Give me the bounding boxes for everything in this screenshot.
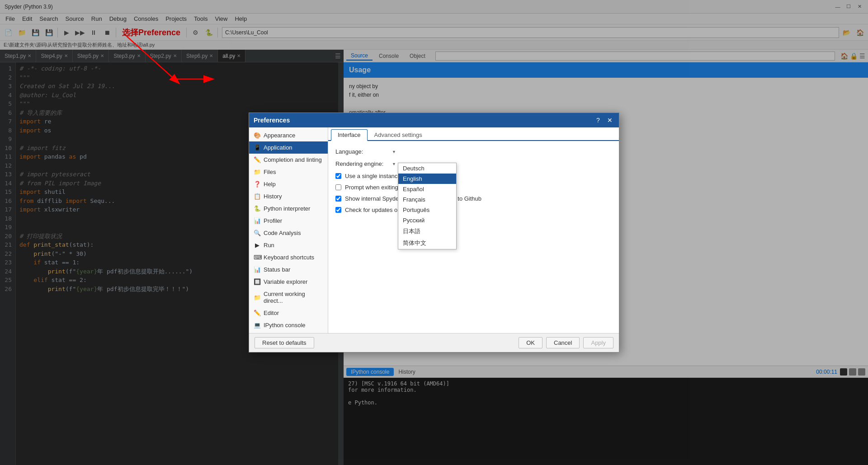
lang-option-portugues[interactable]: Português [398, 205, 456, 215]
dialog-overlay: Preferences ? ✕ 🎨 Appearance 📱 Applicati… [0, 0, 868, 465]
cwd-icon: 📁 [254, 294, 261, 301]
lang-option-francais[interactable]: Français [398, 194, 456, 205]
pref-item-cwd[interactable]: 📁 Current working direct... [249, 288, 328, 307]
dialog-help-button[interactable]: ? [594, 116, 603, 125]
help-icon: ❓ [254, 181, 261, 188]
pref-label-statusbar: Status bar [264, 266, 290, 273]
pref-item-files[interactable]: 📁 Files [249, 166, 328, 178]
pref-label-keyboard: Keyboard shortcuts [264, 254, 314, 261]
code-analysis-icon: 🔍 [254, 230, 261, 236]
profiler-icon: 📊 [254, 217, 261, 224]
pref-item-appearance[interactable]: 🎨 Appearance [249, 129, 328, 141]
application-icon: 📱 [254, 144, 261, 151]
preferences-dialog: Preferences ? ✕ 🎨 Appearance 📱 Applicati… [249, 113, 619, 352]
prompt-exit-row: Prompt when exiting [335, 184, 612, 191]
pref-label-python: Python interpreter [264, 205, 310, 212]
pref-item-history[interactable]: 📋 History [249, 190, 328, 202]
pref-label-run: Run [264, 242, 274, 249]
variable-explorer-icon: 🔲 [254, 278, 261, 285]
content-tabs: Interface Advanced settings [328, 127, 619, 141]
pref-item-python[interactable]: 🐍 Python interpreter [249, 202, 328, 215]
language-label: Language: [335, 148, 394, 155]
run-icon: ▶ [254, 242, 261, 249]
content-tab-advanced[interactable]: Advanced settings [368, 129, 429, 140]
lang-option-deutsch[interactable]: Deutsch [398, 163, 456, 174]
editor-icon: ✏️ [254, 310, 261, 316]
prompt-exit-checkbox[interactable] [335, 184, 341, 190]
lang-option-russian[interactable]: Русский [398, 215, 456, 225]
lang-option-espanol[interactable]: Español [398, 184, 456, 194]
pref-item-profiler[interactable]: 📊 Profiler [249, 215, 328, 227]
reset-defaults-button[interactable]: Reset to defaults [255, 337, 314, 348]
pref-content: Interface Advanced settings Language: De… [328, 127, 619, 333]
cancel-button[interactable]: Cancel [546, 337, 580, 348]
pref-label-ipython: IPython console [264, 322, 306, 329]
pref-item-run[interactable]: ▶ Run [249, 239, 328, 251]
pref-label-variable-explorer: Variable explorer [264, 278, 307, 285]
python-icon: 🐍 [254, 205, 261, 212]
dialog-title: Preferences [254, 117, 594, 124]
ipython-icon: 💻 [254, 322, 261, 329]
pref-item-code-analysis[interactable]: 🔍 Code Analysis [249, 227, 328, 239]
files-icon: 📁 [254, 169, 261, 175]
keyboard-icon: ⌨ [254, 254, 261, 261]
language-dropdown[interactable]: Deutsch English Español Français Portugu… [398, 163, 457, 249]
lang-option-chinese[interactable]: 简体中文 [398, 237, 456, 249]
pref-item-completion[interactable]: ✏️ Completion and linting [249, 154, 328, 166]
pref-label-files: Files [264, 169, 276, 175]
apply-button[interactable]: Apply [583, 337, 613, 348]
dialog-controls: ? ✕ [594, 116, 614, 125]
rendering-row: Rendering engine: OpenGL [335, 160, 612, 167]
pref-label-appearance: Appearance [264, 132, 295, 139]
dialog-body: 🎨 Appearance 📱 Application ✏️ Completion… [249, 127, 619, 333]
pref-label-history: History [264, 193, 282, 200]
pref-item-ipython[interactable]: 💻 IPython console [249, 319, 328, 331]
content-body: Language: Deutsch English Español França… [328, 141, 619, 333]
prompt-exit-label: Prompt when exiting [345, 184, 398, 191]
dialog-footer: Reset to defaults OK Cancel Apply [249, 333, 619, 352]
pref-item-statusbar[interactable]: 📊 Status bar [249, 263, 328, 276]
pref-item-variable-explorer[interactable]: 🔲 Variable explorer [249, 276, 328, 288]
show-errors-row: Show internal Spyder errors to report th… [335, 195, 612, 202]
dialog-titlebar: Preferences ? ✕ [249, 113, 619, 127]
pref-label-code-analysis: Code Analysis [264, 230, 301, 236]
pref-item-keyboard[interactable]: ⌨ Keyboard shortcuts [249, 251, 328, 263]
pref-label-completion: Completion and linting [264, 156, 322, 163]
language-row: Language: Deutsch English Español França… [335, 148, 612, 155]
single-instance-checkbox[interactable] [335, 173, 341, 179]
dialog-close-button[interactable]: ✕ [605, 116, 614, 125]
pref-label-cwd: Current working direct... [264, 291, 323, 304]
single-instance-row: Use a single instance of Spyder [335, 173, 612, 179]
check-updates-checkbox[interactable] [335, 207, 341, 213]
pref-item-application[interactable]: 📱 Application [249, 141, 328, 154]
rendering-label: Rendering engine: [335, 160, 394, 167]
lang-option-english[interactable]: English [398, 174, 456, 184]
pref-label-editor: Editor [264, 310, 279, 316]
pref-sidebar: 🎨 Appearance 📱 Application ✏️ Completion… [249, 127, 328, 333]
check-updates-row: Check for updates on startup [335, 207, 612, 213]
pref-label-help: Help [264, 181, 276, 188]
pref-item-editor[interactable]: ✏️ Editor [249, 307, 328, 319]
show-errors-checkbox[interactable] [335, 196, 341, 202]
appearance-icon: 🎨 [254, 132, 261, 139]
completion-icon: ✏️ [254, 156, 261, 163]
pref-item-help[interactable]: ❓ Help [249, 178, 328, 190]
history-icon: 📋 [254, 193, 261, 200]
pref-label-profiler: Profiler [264, 217, 282, 224]
ok-button[interactable]: OK [519, 337, 542, 348]
pref-label-application: Application [264, 144, 292, 151]
content-tab-interface[interactable]: Interface [331, 129, 368, 141]
lang-option-japanese[interactable]: 日本語 [398, 225, 456, 237]
statusbar-icon: 📊 [254, 266, 261, 273]
